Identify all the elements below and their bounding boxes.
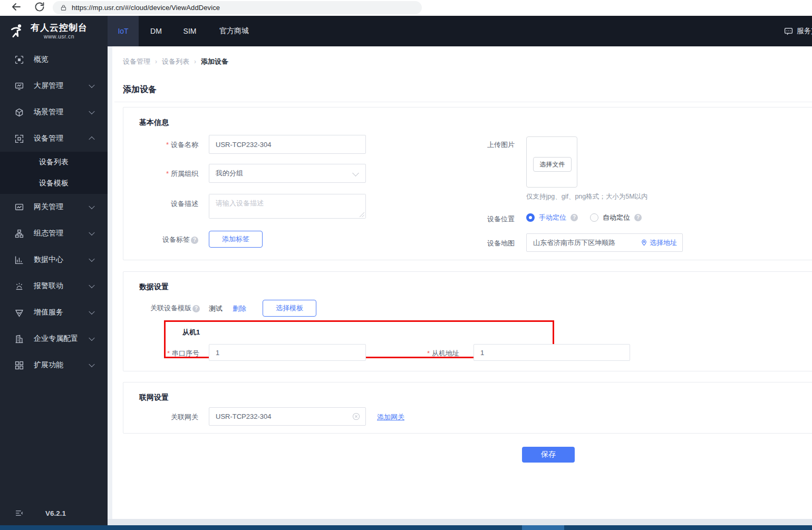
data-settings-title: 数据设置 bbox=[139, 282, 169, 292]
slave-title: 从机1 bbox=[182, 328, 200, 337]
sidebar-item-alarm-linkage[interactable]: 报警联动 bbox=[0, 273, 108, 299]
sidebar-item-device-mgmt[interactable]: 设备管理 bbox=[0, 125, 108, 152]
tab-sim[interactable]: SIM bbox=[173, 16, 206, 46]
manual-location-option[interactable]: 手动定位 bbox=[526, 213, 578, 222]
tag-label-text: 设备标签 bbox=[162, 235, 190, 243]
device-name-input[interactable] bbox=[209, 135, 365, 153]
url-text: https://mp.usr.cn/#/cloud/device/ViewAdd… bbox=[72, 4, 220, 12]
sidebar-item-extensions[interactable]: 扩展功能 bbox=[0, 352, 108, 378]
chevron-down-icon bbox=[89, 256, 94, 262]
sidebar-item-label: 网关管理 bbox=[34, 202, 63, 212]
template-name: 测试 bbox=[209, 304, 223, 313]
sitemap-icon bbox=[15, 229, 24, 238]
sidebar-item-scene-mgmt[interactable]: 场景管理 bbox=[0, 99, 108, 125]
clear-icon[interactable] bbox=[352, 413, 360, 420]
collapse-menu-icon[interactable] bbox=[15, 509, 24, 518]
sidebar-item-gateway-mgmt[interactable]: 网关管理 bbox=[0, 194, 108, 220]
device-mgmt-icon bbox=[15, 134, 24, 143]
sidebar-item-data-center[interactable]: 数据中心 bbox=[0, 247, 108, 273]
badge-shield-icon bbox=[15, 308, 24, 317]
choose-address-link[interactable]: 选择地址 bbox=[650, 238, 677, 248]
chevron-up-icon bbox=[89, 136, 94, 142]
org-select[interactable]: 我的分组 bbox=[209, 164, 366, 183]
chevron-down-icon bbox=[89, 335, 94, 341]
bottom-scroll-gutter bbox=[108, 519, 812, 525]
radio-unselected-icon[interactable] bbox=[590, 213, 598, 222]
save-button[interactable]: 保存 bbox=[522, 447, 575, 463]
sidebar-item-label: 大屏管理 bbox=[34, 81, 63, 91]
breadcrumb-device-mgmt[interactable]: 设备管理 bbox=[123, 57, 150, 66]
serial-number-input[interactable] bbox=[209, 345, 365, 360]
sidebar-item-value-added[interactable]: 增值服务 bbox=[0, 299, 108, 326]
chevron-down-icon bbox=[89, 109, 94, 114]
location-pin-icon bbox=[641, 239, 647, 246]
refresh-icon[interactable] bbox=[34, 1, 45, 13]
breadcrumb-add-device: 添加设备 bbox=[201, 57, 228, 66]
chevron-down-icon bbox=[89, 361, 94, 367]
version-label: V6.2.1 bbox=[45, 509, 66, 517]
tag-label: 设备标签 bbox=[130, 235, 198, 244]
sidebar-item-enterprise-config[interactable]: 企业专属配置 bbox=[0, 326, 108, 352]
slave-address-input[interactable] bbox=[474, 345, 630, 360]
resize-handle-icon[interactable] bbox=[360, 212, 364, 217]
device-name-label: 设备名称 bbox=[130, 140, 198, 150]
sidebar: 概览 大屏管理 场景管理 设备管理 设备列表 设备模板 网关管理 组态 bbox=[0, 46, 108, 525]
auto-location-option[interactable]: 自动定位 bbox=[590, 213, 642, 222]
scene-cube-icon bbox=[15, 108, 24, 117]
upload-hint: 仅支持jpg、gif、png格式；大小为5M以内 bbox=[526, 192, 648, 201]
gateway-input[interactable] bbox=[209, 408, 352, 425]
building-icon bbox=[15, 335, 24, 343]
sidebar-item-label: 设备管理 bbox=[34, 134, 63, 143]
upload-dropzone[interactable]: 选择文件 bbox=[526, 136, 577, 188]
address-bar[interactable]: https://mp.usr.cn/#/cloud/device/ViewAdd… bbox=[53, 1, 422, 14]
sidebar-item-overview[interactable]: 概览 bbox=[0, 46, 108, 73]
tab-official-mall[interactable]: 官方商城 bbox=[206, 16, 262, 46]
choose-template-button[interactable]: 选择模板 bbox=[263, 300, 316, 317]
title-divider bbox=[114, 102, 812, 102]
usr-runner-logo-icon bbox=[9, 23, 25, 39]
org-selected-value: 我的分组 bbox=[216, 169, 243, 178]
back-icon[interactable] bbox=[11, 1, 22, 13]
help-icon[interactable] bbox=[192, 305, 200, 312]
taskbar-edge bbox=[0, 525, 812, 530]
basic-info-title: 基本信息 bbox=[139, 118, 169, 127]
add-gateway-link[interactable]: 添加网关 bbox=[377, 413, 404, 422]
sidebar-item-screen-mgmt[interactable]: 大屏管理 bbox=[0, 73, 108, 99]
choose-file-button[interactable]: 选择文件 bbox=[533, 157, 572, 172]
radio-selected-icon[interactable] bbox=[526, 213, 535, 222]
upload-image-label: 上传图片 bbox=[446, 140, 515, 150]
breadcrumb-separator: › bbox=[155, 58, 157, 65]
org-label: 所属组织 bbox=[130, 169, 198, 179]
delete-template-link[interactable]: 删除 bbox=[233, 304, 246, 313]
sidebar-item-config-mgmt[interactable]: 组态管理 bbox=[0, 220, 108, 247]
chevron-down-icon bbox=[89, 309, 94, 315]
chevron-down-icon bbox=[89, 82, 94, 88]
data-settings-card: 数据设置 关联设备模版 测试 删除 选择模板 从机1 串口序号 从机地址 bbox=[123, 271, 812, 371]
desc-textarea[interactable] bbox=[209, 194, 365, 218]
device-map-box: 山东省济南市历下区坤顺路 选择地址 bbox=[526, 233, 683, 252]
breadcrumb-device-list[interactable]: 设备列表 bbox=[162, 57, 189, 66]
help-icon[interactable] bbox=[571, 214, 578, 221]
help-icon[interactable] bbox=[634, 214, 642, 221]
network-settings-card: 联网设置 关联网关 添加网关 bbox=[123, 382, 812, 434]
sidebar-subitem-device-list[interactable]: 设备列表 bbox=[0, 152, 108, 173]
breadcrumb: 设备管理 › 设备列表 › 添加设备 bbox=[123, 57, 228, 66]
gateway-chart-icon bbox=[15, 203, 24, 212]
chevron-down-icon bbox=[89, 282, 94, 288]
slave-address-field-box bbox=[473, 344, 630, 361]
slave-address-label: 从机地址 bbox=[391, 349, 459, 358]
logo[interactable]: 有人云控制台 www.usr.cn bbox=[0, 16, 108, 46]
add-tag-button[interactable]: 添加标签 bbox=[209, 231, 263, 248]
sidebar-subitem-device-template[interactable]: 设备模板 bbox=[0, 173, 108, 194]
sidebar-item-label: 概览 bbox=[34, 55, 49, 64]
service-support[interactable]: 服务支持 bbox=[784, 16, 812, 46]
help-icon[interactable] bbox=[191, 237, 198, 244]
tab-iot[interactable]: IoT bbox=[108, 16, 139, 46]
tab-dm[interactable]: DM bbox=[139, 16, 173, 46]
template-label: 关联设备模版 bbox=[123, 303, 200, 313]
bar-chart-icon bbox=[15, 256, 24, 264]
sidebar-item-label: 增值服务 bbox=[34, 308, 63, 317]
network-settings-title: 联网设置 bbox=[139, 393, 169, 403]
top-nav: 有人云控制台 www.usr.cn IoT DM SIM 官方商城 服务支持 bbox=[0, 16, 812, 46]
overview-icon bbox=[15, 55, 24, 64]
